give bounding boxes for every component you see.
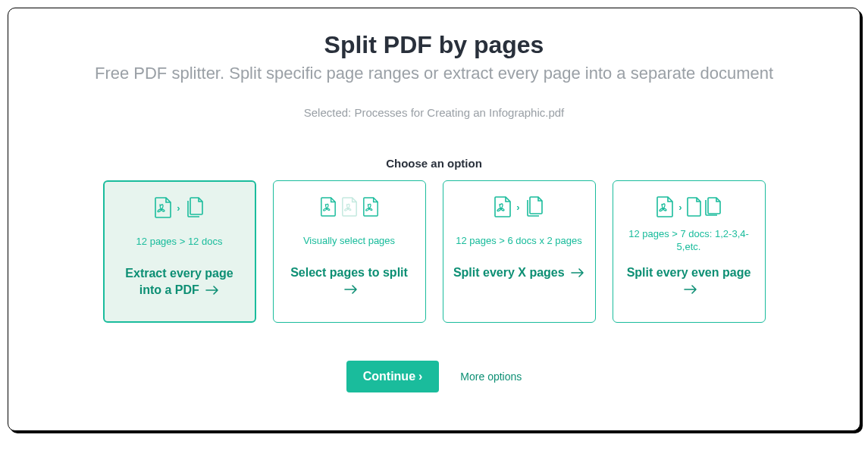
chevron-right-icon: › (418, 370, 422, 383)
arrow-right-icon (344, 285, 358, 294)
pdf-file-icon (320, 197, 337, 217)
option-icons: › (154, 195, 204, 220)
selected-file-label: Selected: Processes for Creating an Info… (31, 106, 837, 119)
more-options-link[interactable]: More options (460, 371, 522, 383)
option-icons: › (494, 195, 544, 219)
option-description: Visually select pages (303, 228, 395, 254)
multi-doc-icon (703, 197, 722, 217)
split-pdf-panel: Split PDF by pages Free PDF splitter. Sp… (8, 8, 860, 431)
option-description: 12 pages > 7 docs: 1,2-3,4-5,etc. (622, 228, 756, 254)
page-subtitle: Free PDF splitter. Split specific page r… (31, 64, 837, 83)
pdf-file-icon (494, 196, 512, 217)
pdf-file-icon (362, 197, 379, 217)
option-split-every-x[interactable]: › 12 pages > 6 docs x 2 pages Split ever… (443, 180, 596, 323)
pdf-file-icon (154, 197, 172, 218)
page-title: Split PDF by pages (31, 31, 837, 59)
option-icons (320, 195, 379, 219)
caret-icon: › (516, 202, 519, 213)
actions-row: Continue › More options (31, 361, 837, 392)
pdf-file-faded-icon (341, 197, 358, 217)
arrow-right-icon (205, 286, 219, 295)
option-description: 12 pages > 6 docs x 2 pages (456, 228, 582, 254)
option-title: Split every even page (622, 264, 756, 297)
option-icons: › (656, 195, 721, 219)
option-select-pages[interactable]: Visually select pages Select pages to sp… (273, 180, 426, 323)
arrow-right-icon (684, 285, 697, 294)
options-row: › 12 pages > 12 docs Extract every page … (31, 180, 837, 323)
multi-doc-icon (185, 197, 205, 218)
option-title: Split every X pages (453, 264, 584, 281)
multi-doc-icon (525, 196, 544, 217)
pdf-file-icon (656, 196, 674, 217)
option-title: Extract every page into a PDF (114, 265, 246, 298)
caret-icon: › (678, 202, 682, 213)
continue-button[interactable]: Continue › (346, 361, 440, 392)
option-description: 12 pages > 12 docs (136, 229, 223, 255)
caret-icon: › (177, 202, 180, 214)
option-extract-every-page[interactable]: › 12 pages > 12 docs Extract every page … (103, 180, 256, 323)
arrow-right-icon (571, 268, 584, 277)
doc-icon (687, 197, 702, 217)
option-title: Select pages to split (283, 264, 416, 297)
option-split-even-pages[interactable]: › 12 pages > 7 docs: 1,2-3,4-5,etc. Spli… (613, 180, 766, 323)
choose-option-heading: Choose an option (31, 157, 837, 170)
